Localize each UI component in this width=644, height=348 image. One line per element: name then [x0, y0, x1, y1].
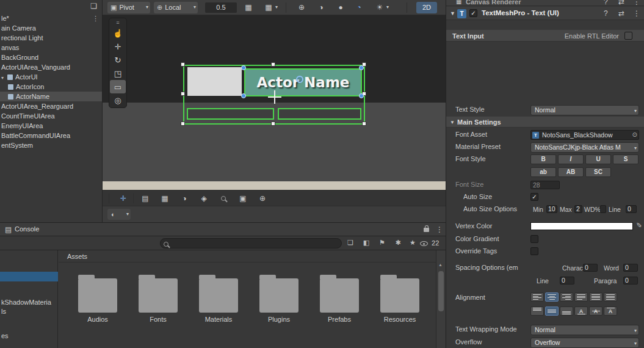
move-tool-icon[interactable]: ✛ — [116, 193, 131, 204]
tool-handle-rotation-dropdown[interactable]: ⊕Local▾ — [154, 2, 198, 13]
panel-popout-icon[interactable]: ❏ — [90, 2, 97, 10]
italic-button[interactable]: I — [558, 154, 584, 164]
strikethrough-button[interactable]: S — [613, 154, 639, 164]
effects-dropdown[interactable]: ☀▾ — [369, 2, 391, 13]
favorite-icon[interactable]: ★ — [407, 239, 419, 247]
underline-button[interactable]: U — [585, 154, 611, 164]
eyedropper-icon[interactable]: ✐ — [636, 222, 642, 230]
camera-icon[interactable]: ▣ — [236, 193, 250, 204]
line-field[interactable]: 0 — [626, 205, 637, 213]
lock-icon[interactable] — [424, 226, 429, 233]
color-gradient-checkbox[interactable] — [530, 235, 538, 243]
tree-item[interactable]: kShadowMateria — [0, 298, 58, 307]
2d-mode-button[interactable]: 2D — [416, 2, 437, 13]
folder-materials[interactable]: Materials — [194, 275, 243, 323]
lighting-toggle-icon[interactable]: ● — [332, 2, 349, 13]
resize-handle[interactable] — [181, 62, 185, 67]
kebab-menu-icon[interactable]: ⋮ — [633, 10, 640, 17]
label-filter-icon[interactable]: ⚑ — [376, 239, 388, 247]
hierarchy-item-eventsystem[interactable]: entSystem — [0, 140, 102, 150]
popout-icon[interactable]: ❏ — [344, 239, 356, 247]
align-right-button[interactable] — [560, 292, 573, 302]
object-picker-icon[interactable]: ⊙ — [632, 131, 637, 139]
font-asset-object-field[interactable]: T NotoSans_BlackShadow ⊙ — [530, 130, 639, 140]
grid-snap-icon[interactable]: ▦ — [241, 2, 256, 13]
hierarchy-item-counttimeuiarea[interactable]: CountTimeUIArea — [0, 111, 102, 121]
tree-item[interactable]: es — [0, 332, 58, 341]
grid-size-field[interactable]: 0.5 — [205, 2, 237, 13]
align-geometry-button[interactable] — [604, 292, 617, 302]
shading-mode-icon[interactable]: ◑ — [313, 2, 330, 13]
hierarchy-item-directional-light[interactable]: rectional Light — [0, 33, 102, 43]
layers-icon[interactable]: ◈ — [197, 193, 211, 204]
ui-bar-element[interactable] — [187, 108, 274, 120]
paragraph-spacing-field[interactable]: 0 — [623, 277, 638, 285]
grid-icon[interactable]: ▦ — [157, 193, 172, 204]
align-midline-button[interactable]: A — [589, 306, 602, 316]
resize-handle[interactable] — [362, 121, 366, 126]
scene-view[interactable]: Actor Name ≡ ☝ ✛ ↻ ◳ ▭ ◎ — [103, 15, 446, 190]
package-filter-icon[interactable]: ◧ — [360, 239, 372, 247]
canvas-renderer-header[interactable]: ▦ Canvas Renderer ? ⇄ ⋮ — [446, 0, 644, 6]
line-spacing-field[interactable]: 0 — [560, 277, 574, 285]
rotate-tool-button[interactable]: ↻ — [110, 53, 126, 67]
hierarchy-item-canvas[interactable]: anvas — [0, 43, 102, 53]
type-filter-icon[interactable]: ✱ — [392, 239, 404, 247]
hierarchy-item-actoruiarea-vanguard[interactable]: ActorUIArea_Vanguard — [0, 62, 102, 72]
transform-tool-button[interactable]: ◎ — [110, 93, 126, 107]
align-middle-button[interactable] — [545, 306, 559, 316]
anchor-handle[interactable] — [241, 65, 246, 70]
word-spacing-field[interactable]: 0 — [623, 264, 638, 272]
rect-tool-button[interactable]: ▭ — [110, 80, 126, 93]
sphere-icon[interactable]: ◑ — [177, 193, 192, 204]
hierarchy-item-battlecommanduiarea[interactable]: BattleCommandUIArea — [0, 131, 102, 140]
folder-plugins[interactable]: Plugins — [255, 275, 303, 323]
max-field[interactable]: 2 — [574, 205, 582, 213]
search-input[interactable] — [160, 238, 342, 248]
character-spacing-field[interactable]: 0 — [583, 264, 598, 272]
ui-bar-element[interactable] — [278, 108, 361, 120]
hierarchy-item-main-camera[interactable]: ain Camera — [0, 23, 102, 33]
scrollbar-thumb[interactable] — [438, 271, 444, 311]
help-icon[interactable]: ? — [604, 10, 608, 17]
vertex-color-swatch[interactable] — [530, 222, 633, 230]
hidden-count-toggle[interactable]: 22 — [420, 239, 439, 247]
resize-handle[interactable] — [271, 121, 275, 126]
resize-handle[interactable] — [271, 62, 275, 67]
move-tool-button[interactable]: ✛ — [110, 40, 126, 53]
resize-handle[interactable] — [181, 121, 185, 126]
min-field[interactable]: 10 — [546, 205, 557, 213]
folder-prefabs[interactable]: Prefabs — [315, 275, 364, 323]
actor-name-text-element[interactable]: Actor Name — [244, 68, 362, 96]
help-icon[interactable]: ? — [604, 0, 608, 5]
anchor-handle[interactable] — [359, 93, 364, 98]
foldout-arrow-icon[interactable]: ▼ — [450, 10, 455, 16]
gizmo-toggle-icon[interactable]: ⊕ — [293, 2, 310, 13]
toolstrip-grip-icon[interactable]: ≡ — [110, 19, 126, 26]
scroll-up-icon[interactable]: ▲ — [438, 263, 443, 267]
override-tags-checkbox[interactable] — [530, 247, 538, 255]
wd-field[interactable] — [600, 205, 606, 213]
preset-icon[interactable]: ⇄ — [618, 0, 624, 5]
align-justify-button[interactable] — [574, 292, 588, 302]
hierarchy-item-actorui[interactable]: ▾ActorUI — [0, 72, 102, 82]
move-gizmo-icon[interactable] — [268, 90, 281, 104]
folder-audios[interactable]: Audios — [73, 275, 122, 323]
component-enabled-checkbox[interactable]: ✓ — [469, 9, 477, 17]
align-left-button[interactable] — [530, 292, 544, 302]
uppercase-button[interactable]: AB — [558, 167, 584, 177]
align-flush-button[interactable] — [589, 292, 602, 302]
align-bottom-button[interactable] — [560, 306, 573, 316]
kebab-menu-icon[interactable]: ⋮ — [633, 0, 640, 5]
scrollbar[interactable]: ▲ — [436, 250, 445, 348]
hierarchy-item-actoruiarea-rearguard[interactable]: ActorUIArea_Rearguard — [0, 101, 102, 111]
kebab-menu-icon[interactable]: ⋮ — [92, 13, 99, 23]
bold-button[interactable]: B — [530, 154, 556, 164]
hierarchy-item-enemyuiarea[interactable]: EnemyUIArea — [0, 121, 102, 131]
folder-resources[interactable]: Resources — [375, 275, 424, 323]
resize-handle[interactable] — [181, 92, 185, 96]
align-baseline-button[interactable]: A — [574, 306, 588, 316]
pivot-handle[interactable] — [296, 76, 303, 83]
material-preset-dropdown[interactable]: NotoSansCJKjp-Black Atlas M▾ — [530, 142, 639, 153]
rtl-editor-checkbox[interactable] — [624, 32, 632, 40]
